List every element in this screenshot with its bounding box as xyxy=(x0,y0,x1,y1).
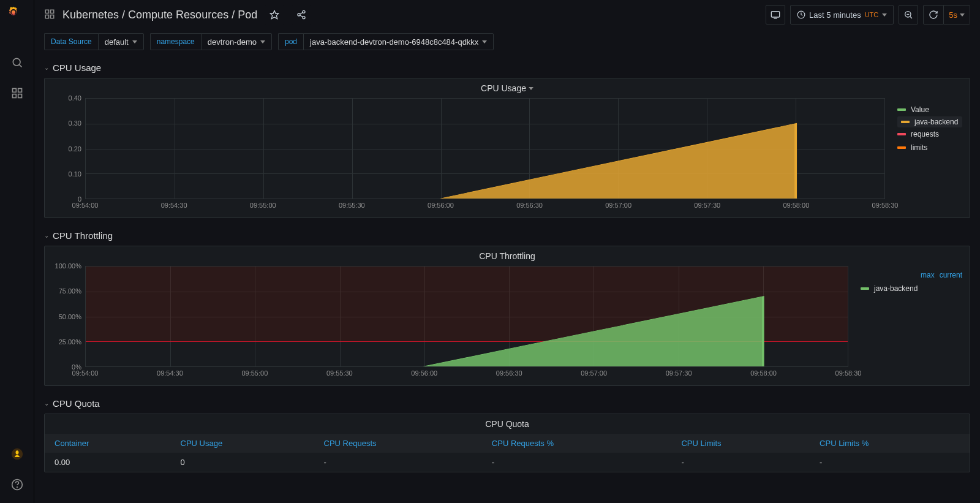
star-icon[interactable] xyxy=(265,5,284,25)
xtick: 09:57:00 xyxy=(581,369,607,377)
legend-header[interactable]: current xyxy=(940,271,962,279)
chevron-down-icon xyxy=(132,40,137,43)
row-cpu-throttling[interactable]: ⌄ CPU Throttling xyxy=(44,225,970,246)
zoom-out-icon[interactable] xyxy=(899,5,918,25)
help-icon[interactable] xyxy=(5,472,29,497)
ytick: 50.00% xyxy=(59,313,81,320)
table-header[interactable]: CPU Requests xyxy=(314,434,482,453)
legend-swatch xyxy=(897,133,906,135)
var-pod-label: pod xyxy=(278,33,303,50)
xtick: 09:54:30 xyxy=(161,202,187,209)
legend-item[interactable]: java-backend xyxy=(861,282,962,295)
xtick: 09:55:00 xyxy=(250,202,276,209)
svg-point-13 xyxy=(303,10,305,13)
xtick: 09:58:30 xyxy=(872,202,899,209)
table-header[interactable]: CPU Requests % xyxy=(482,434,672,453)
legend-item[interactable]: java-backend xyxy=(897,116,962,127)
svg-rect-3 xyxy=(12,94,16,98)
breadcrumb[interactable]: Kubernetes / Compute Resources / Pod xyxy=(62,9,257,21)
table-header[interactable]: CPU Limits xyxy=(671,434,810,453)
chevron-down-icon xyxy=(529,87,533,90)
cpu-throttling-yaxis: 0%25.00%50.00%75.00%100.00% xyxy=(50,266,85,367)
legend-label: limits xyxy=(911,143,927,152)
panel-cpu-usage-title[interactable]: CPU Usage xyxy=(45,78,970,98)
chevron-down-icon: ⌄ xyxy=(44,400,49,407)
xtick: 09:58:00 xyxy=(783,202,809,209)
ytick: 100.00% xyxy=(55,262,81,270)
cpu-usage-xaxis: 09:54:0009:54:3009:55:0009:55:3009:56:00… xyxy=(85,199,885,213)
table-cell: 0.00 xyxy=(45,453,171,472)
row-title: CPU Throttling xyxy=(53,230,113,241)
legend-item[interactable]: requests xyxy=(897,127,962,141)
chevron-down-icon xyxy=(882,13,887,17)
profile-icon[interactable] xyxy=(5,442,29,466)
table-header[interactable]: CPU Usage xyxy=(171,434,314,453)
cpu-usage-plot[interactable] xyxy=(85,98,885,199)
cpu-quota-table: ContainerCPU UsageCPU RequestsCPU Reques… xyxy=(45,434,970,472)
ytick: 75.00% xyxy=(59,287,81,295)
legend-swatch xyxy=(897,108,906,111)
table-header[interactable]: CPU Limits % xyxy=(810,434,970,453)
var-datasource-picker[interactable]: default xyxy=(98,33,144,50)
legend-label: java-backend xyxy=(874,284,918,293)
panel-cpu-usage: CPU Usage 00.100.200.300.40 09:54:0009:5… xyxy=(44,78,970,218)
xtick: 09:56:00 xyxy=(411,369,437,377)
ytick: 0.10 xyxy=(69,170,81,178)
legend-label: Value xyxy=(911,105,929,114)
cpu-throttling-legend: maxcurrentjava-backend xyxy=(848,266,965,380)
refresh-interval-label: 5s xyxy=(949,10,957,20)
legend-header[interactable]: max xyxy=(921,271,935,279)
xtick: 09:56:00 xyxy=(428,202,454,209)
panel-cpu-quota-title[interactable]: CPU Quota xyxy=(45,414,970,434)
refresh-button[interactable] xyxy=(923,5,944,25)
legend-item[interactable]: Value xyxy=(897,103,962,116)
cpu-throttling-plot[interactable] xyxy=(85,266,848,367)
row-cpu-usage[interactable]: ⌄ CPU Usage xyxy=(44,58,970,78)
chevron-down-icon: ⌄ xyxy=(44,64,49,71)
legend-swatch xyxy=(901,121,910,123)
dashboards-icon[interactable] xyxy=(5,81,29,105)
row-cpu-quota[interactable]: ⌄ CPU Quota xyxy=(44,393,970,414)
time-range-picker[interactable]: Last 5 minutes UTC xyxy=(790,5,894,25)
legend-label: java-backend xyxy=(914,118,958,126)
share-icon[interactable] xyxy=(292,5,311,25)
svg-marker-12 xyxy=(271,10,279,18)
timezone-label: UTC xyxy=(865,11,879,18)
panel-cpu-throttling-title[interactable]: CPU Throttling xyxy=(45,246,970,266)
cpu-usage-yaxis: 00.100.200.300.40 xyxy=(50,98,85,199)
tv-mode-icon[interactable] xyxy=(766,5,785,25)
chevron-down-icon: ⌄ xyxy=(44,232,49,239)
xtick: 09:57:00 xyxy=(605,202,631,209)
table-cell: 0 xyxy=(171,453,314,472)
refresh-interval-picker[interactable]: 5s xyxy=(944,5,970,25)
legend-item[interactable]: limits xyxy=(897,141,962,154)
xtick: 09:56:30 xyxy=(516,202,543,209)
xtick: 09:55:00 xyxy=(241,369,268,377)
search-icon[interactable] xyxy=(5,50,29,75)
svg-point-15 xyxy=(303,17,305,19)
svg-rect-10 xyxy=(45,15,48,18)
svg-point-0 xyxy=(13,58,20,66)
sidebar xyxy=(0,0,34,503)
ytick: 0.30 xyxy=(69,119,81,127)
dashboard-icon xyxy=(44,9,55,21)
var-namespace-picker[interactable]: devtron-demo xyxy=(201,33,272,50)
table-header[interactable]: Container xyxy=(45,434,171,453)
grafana-logo[interactable] xyxy=(7,6,27,26)
table-cell: - xyxy=(314,453,482,472)
var-namespace-label: namespace xyxy=(150,33,201,50)
panel-cpu-quota: CPU Quota ContainerCPU UsageCPU Requests… xyxy=(44,414,970,472)
svg-rect-4 xyxy=(18,94,21,98)
dashboard-content: ⌄ CPU Usage CPU Usage 00.100.200.300.40 … xyxy=(34,58,980,503)
svg-point-14 xyxy=(298,13,300,16)
chevron-down-icon xyxy=(260,40,265,43)
variable-bar: Data Source default namespace devtron-de… xyxy=(34,29,980,58)
xtick: 09:55:30 xyxy=(326,369,353,377)
table-cell: - xyxy=(482,453,672,472)
legend-swatch xyxy=(897,146,906,149)
ytick: 0.20 xyxy=(69,145,81,153)
legend-label: requests xyxy=(911,130,939,138)
var-pod-picker[interactable]: java-backend-devtron-demo-6948c8c484-qdk… xyxy=(303,33,494,50)
row-title: CPU Quota xyxy=(53,398,100,409)
cpu-usage-legend: Valuejava-backendrequestslimits xyxy=(885,98,965,213)
